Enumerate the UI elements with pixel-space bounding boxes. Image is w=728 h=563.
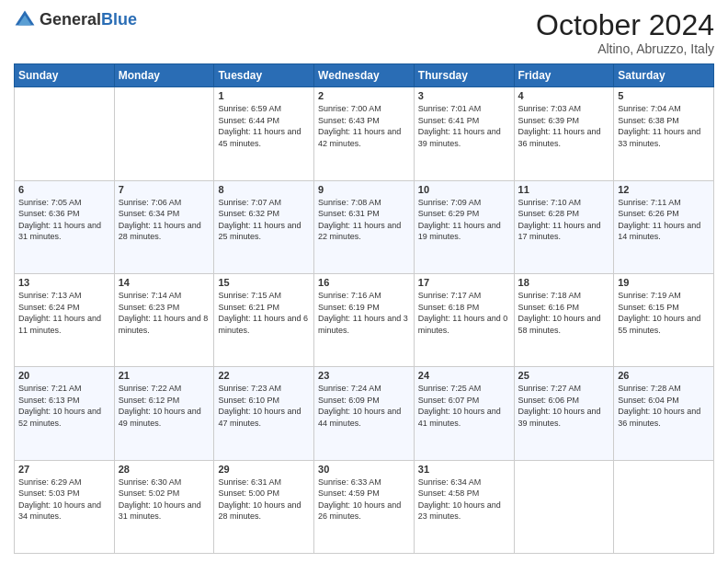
cell-date: 3 xyxy=(418,90,510,101)
cell-date: 20 xyxy=(18,370,110,381)
cell-info: Sunrise: 7:01 AMSunset: 6:41 PMDaylight:… xyxy=(418,103,510,149)
calendar-cell: 3Sunrise: 7:01 AMSunset: 6:41 PMDaylight… xyxy=(414,87,514,180)
calendar-week-1: 1Sunrise: 6:59 AMSunset: 6:44 PMDaylight… xyxy=(15,87,714,180)
cell-info: Sunrise: 7:03 AMSunset: 6:39 PMDaylight:… xyxy=(518,103,610,149)
cell-info: Sunrise: 7:24 AMSunset: 6:09 PMDaylight:… xyxy=(318,383,410,429)
page: GeneralBlue October 2024 Altino, Abruzzo… xyxy=(0,0,728,563)
cell-date: 5 xyxy=(618,90,710,101)
calendar-cell: 21Sunrise: 7:22 AMSunset: 6:12 PMDayligh… xyxy=(114,367,214,460)
calendar-cell xyxy=(114,87,214,180)
logo-general: General xyxy=(40,10,101,29)
cell-info: Sunrise: 7:22 AMSunset: 6:12 PMDaylight:… xyxy=(119,383,210,429)
cell-date: 27 xyxy=(18,464,110,475)
logo-blue: Blue xyxy=(101,10,137,29)
calendar-cell: 18Sunrise: 7:18 AMSunset: 6:16 PMDayligh… xyxy=(514,273,614,366)
calendar-cell: 19Sunrise: 7:19 AMSunset: 6:15 PMDayligh… xyxy=(614,273,714,366)
calendar-cell: 27Sunrise: 6:29 AMSunset: 5:03 PMDayligh… xyxy=(15,460,115,553)
calendar-cell: 22Sunrise: 7:23 AMSunset: 6:10 PMDayligh… xyxy=(214,367,314,460)
cell-date: 2 xyxy=(318,90,410,101)
location: Altino, Abruzzo, Italy xyxy=(536,41,714,56)
header: GeneralBlue October 2024 Altino, Abruzzo… xyxy=(14,9,714,56)
logo-icon xyxy=(14,9,36,31)
cell-info: Sunrise: 7:21 AMSunset: 6:13 PMDaylight:… xyxy=(18,383,110,429)
cell-date: 28 xyxy=(119,464,210,475)
cell-date: 21 xyxy=(119,370,210,381)
cell-date: 26 xyxy=(618,370,710,381)
cell-date: 31 xyxy=(418,464,510,475)
calendar-cell: 12Sunrise: 7:11 AMSunset: 6:26 PMDayligh… xyxy=(614,180,714,273)
calendar-cell: 9Sunrise: 7:08 AMSunset: 6:31 PMDaylight… xyxy=(314,180,415,273)
calendar-cell xyxy=(614,460,714,553)
cell-info: Sunrise: 7:13 AMSunset: 6:24 PMDaylight:… xyxy=(18,290,110,336)
calendar-cell: 6Sunrise: 7:05 AMSunset: 6:36 PMDaylight… xyxy=(15,180,115,273)
cell-date: 25 xyxy=(518,370,610,381)
cell-date: 12 xyxy=(618,184,710,195)
cell-date: 11 xyxy=(518,184,610,195)
cell-date: 15 xyxy=(218,277,310,288)
cell-info: Sunrise: 7:18 AMSunset: 6:16 PMDaylight:… xyxy=(518,290,610,336)
calendar-cell: 8Sunrise: 7:07 AMSunset: 6:32 PMDaylight… xyxy=(214,180,314,273)
cell-info: Sunrise: 6:34 AMSunset: 4:58 PMDaylight:… xyxy=(418,477,510,523)
cell-info: Sunrise: 7:15 AMSunset: 6:21 PMDaylight:… xyxy=(218,290,310,336)
calendar-cell: 25Sunrise: 7:27 AMSunset: 6:06 PMDayligh… xyxy=(514,367,614,460)
logo: GeneralBlue xyxy=(14,9,137,31)
calendar-cell: 14Sunrise: 7:14 AMSunset: 6:23 PMDayligh… xyxy=(114,273,214,366)
calendar-cell: 28Sunrise: 6:30 AMSunset: 5:02 PMDayligh… xyxy=(114,460,214,553)
calendar-cell: 20Sunrise: 7:21 AMSunset: 6:13 PMDayligh… xyxy=(15,367,115,460)
cell-date: 16 xyxy=(318,277,410,288)
calendar-cell: 24Sunrise: 7:25 AMSunset: 6:07 PMDayligh… xyxy=(414,367,514,460)
day-header-saturday: Saturday xyxy=(614,64,714,87)
calendar-cell: 30Sunrise: 6:33 AMSunset: 4:59 PMDayligh… xyxy=(314,460,415,553)
cell-date: 30 xyxy=(318,464,410,475)
calendar-cell: 23Sunrise: 7:24 AMSunset: 6:09 PMDayligh… xyxy=(314,367,415,460)
cell-info: Sunrise: 6:33 AMSunset: 4:59 PMDaylight:… xyxy=(318,477,410,523)
cell-info: Sunrise: 7:27 AMSunset: 6:06 PMDaylight:… xyxy=(518,383,610,429)
calendar-cell: 13Sunrise: 7:13 AMSunset: 6:24 PMDayligh… xyxy=(15,273,115,366)
calendar-cell xyxy=(514,460,614,553)
calendar-header-row: SundayMondayTuesdayWednesdayThursdayFrid… xyxy=(15,64,714,87)
calendar-cell: 5Sunrise: 7:04 AMSunset: 6:38 PMDaylight… xyxy=(614,87,714,180)
calendar-table: SundayMondayTuesdayWednesdayThursdayFrid… xyxy=(14,63,714,554)
calendar-cell xyxy=(15,87,115,180)
cell-info: Sunrise: 6:31 AMSunset: 5:00 PMDaylight:… xyxy=(218,477,310,523)
cell-date: 4 xyxy=(518,90,610,101)
cell-date: 6 xyxy=(18,184,110,195)
calendar-cell: 26Sunrise: 7:28 AMSunset: 6:04 PMDayligh… xyxy=(614,367,714,460)
cell-info: Sunrise: 7:23 AMSunset: 6:10 PMDaylight:… xyxy=(218,383,310,429)
calendar-cell: 17Sunrise: 7:17 AMSunset: 6:18 PMDayligh… xyxy=(414,273,514,366)
cell-info: Sunrise: 7:28 AMSunset: 6:04 PMDaylight:… xyxy=(618,383,710,429)
cell-info: Sunrise: 7:19 AMSunset: 6:15 PMDaylight:… xyxy=(618,290,710,336)
month-title: October 2024 xyxy=(536,9,714,41)
title-block: October 2024 Altino, Abruzzo, Italy xyxy=(536,9,714,56)
cell-date: 23 xyxy=(318,370,410,381)
cell-info: Sunrise: 7:06 AMSunset: 6:34 PMDaylight:… xyxy=(119,197,210,243)
cell-info: Sunrise: 7:25 AMSunset: 6:07 PMDaylight:… xyxy=(418,383,510,429)
cell-info: Sunrise: 6:59 AMSunset: 6:44 PMDaylight:… xyxy=(218,103,310,149)
cell-info: Sunrise: 7:11 AMSunset: 6:26 PMDaylight:… xyxy=(618,197,710,243)
cell-date: 10 xyxy=(418,184,510,195)
day-header-friday: Friday xyxy=(514,64,614,87)
calendar-cell: 15Sunrise: 7:15 AMSunset: 6:21 PMDayligh… xyxy=(214,273,314,366)
cell-date: 9 xyxy=(318,184,410,195)
calendar-cell: 11Sunrise: 7:10 AMSunset: 6:28 PMDayligh… xyxy=(514,180,614,273)
cell-info: Sunrise: 7:09 AMSunset: 6:29 PMDaylight:… xyxy=(418,197,510,243)
cell-info: Sunrise: 7:14 AMSunset: 6:23 PMDaylight:… xyxy=(119,290,210,336)
calendar-week-3: 13Sunrise: 7:13 AMSunset: 6:24 PMDayligh… xyxy=(15,273,714,366)
calendar-cell: 16Sunrise: 7:16 AMSunset: 6:19 PMDayligh… xyxy=(314,273,415,366)
cell-info: Sunrise: 7:05 AMSunset: 6:36 PMDaylight:… xyxy=(18,197,110,243)
calendar-cell: 2Sunrise: 7:00 AMSunset: 6:43 PMDaylight… xyxy=(314,87,415,180)
cell-date: 29 xyxy=(218,464,310,475)
calendar-cell: 10Sunrise: 7:09 AMSunset: 6:29 PMDayligh… xyxy=(414,180,514,273)
cell-info: Sunrise: 6:29 AMSunset: 5:03 PMDaylight:… xyxy=(18,477,110,523)
cell-date: 1 xyxy=(218,90,310,101)
cell-info: Sunrise: 7:00 AMSunset: 6:43 PMDaylight:… xyxy=(318,103,410,149)
cell-date: 19 xyxy=(618,277,710,288)
cell-info: Sunrise: 7:10 AMSunset: 6:28 PMDaylight:… xyxy=(518,197,610,243)
calendar-cell: 1Sunrise: 6:59 AMSunset: 6:44 PMDaylight… xyxy=(214,87,314,180)
calendar-cell: 4Sunrise: 7:03 AMSunset: 6:39 PMDaylight… xyxy=(514,87,614,180)
calendar-week-5: 27Sunrise: 6:29 AMSunset: 5:03 PMDayligh… xyxy=(15,460,714,553)
calendar-cell: 29Sunrise: 6:31 AMSunset: 5:00 PMDayligh… xyxy=(214,460,314,553)
day-header-tuesday: Tuesday xyxy=(214,64,314,87)
cell-date: 22 xyxy=(218,370,310,381)
cell-info: Sunrise: 7:17 AMSunset: 6:18 PMDaylight:… xyxy=(418,290,510,336)
